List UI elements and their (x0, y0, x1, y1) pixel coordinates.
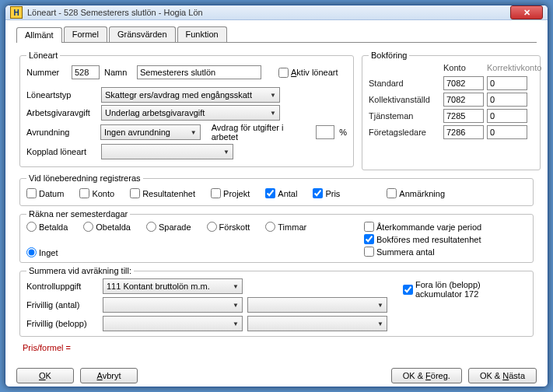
tab-gransvarden[interactable]: Gränsvärden (109, 26, 176, 42)
summera-group: Summera vid avräkning till: Kontrolluppg… (19, 266, 534, 337)
radio-sparade[interactable]: Sparade (146, 222, 191, 232)
ok-button[interactable]: OK (16, 368, 74, 383)
chk-aterkommande[interactable]: Återkommande varje period (364, 222, 481, 232)
registreras-group: Vid löneberedning registreras Datum Kont… (19, 173, 534, 206)
avdrag-pct-input[interactable] (316, 125, 334, 139)
loneartstyp-label: Löneartstyp (26, 90, 96, 100)
row-standard-label: Standard (369, 79, 439, 88)
frivillig-belopp-a-select[interactable] (103, 316, 243, 331)
radio-timmar[interactable]: Timmar (265, 222, 306, 232)
row-tjansteman-korr[interactable] (487, 109, 527, 123)
close-button[interactable]: ✕ (510, 5, 543, 19)
ok-nasta-button[interactable]: OK & Nästa (468, 368, 537, 383)
row-kollektiv-label: Kollektivanställd (369, 95, 439, 104)
tab-allmant[interactable]: Allmänt (16, 27, 62, 43)
row-kollektiv-korr[interactable] (487, 93, 527, 107)
chk-summera-antal[interactable]: Summera antal (364, 247, 481, 257)
row-standard-konto[interactable] (443, 76, 484, 90)
radio-obetalda[interactable]: Obetalda (83, 222, 131, 232)
kopplad-select[interactable] (101, 144, 233, 159)
aktiv-loneart-label: Aktiv löneart (291, 68, 338, 77)
namn-input[interactable] (137, 65, 261, 79)
avrundning-label: Avrundning (26, 128, 96, 137)
bokforing-legend: Bokföring (369, 51, 409, 60)
avbryt-button[interactable]: Avbryt (80, 368, 138, 383)
chk-antal[interactable]: Antal (265, 188, 297, 198)
namn-label: Namn (104, 68, 132, 77)
loneart-group: Löneart Nummer Namn Aktiv löneart (19, 51, 354, 167)
chk-fora-lon[interactable]: Fora lön (belopp) ackumulator 172 (403, 280, 520, 299)
row-tjansteman-label: Tjänsteman (369, 111, 439, 121)
titlebar: H Löneart - 528 Semesterers slutlön - Ho… (5, 5, 548, 20)
frivillig-antal-a-select[interactable] (103, 297, 243, 313)
chk-pris[interactable]: Pris (313, 188, 340, 198)
tab-formel[interactable]: Formel (64, 26, 107, 42)
chk-bokfores-resultatenhet[interactable]: Bokföres med resultatenhet (364, 234, 481, 244)
row-standard-korr[interactable] (487, 76, 527, 90)
radio-betalda[interactable]: Betalda (26, 222, 68, 232)
frivillig-belopp-label: Frivillig (belopp) (26, 319, 98, 328)
avrundning-select[interactable]: Ingen avrundning (100, 124, 201, 140)
row-kollektiv-konto[interactable] (443, 93, 484, 107)
row-tjansteman-konto[interactable] (443, 109, 484, 123)
loneartstyp-select[interactable]: Skattegr ers/avdrag med engångsskatt (101, 87, 280, 103)
semester-legend: Räkna ner semesterdagar (26, 209, 130, 219)
frivillig-antal-label: Frivillig (antal) (26, 300, 98, 310)
registreras-legend: Vid löneberedning registreras (26, 173, 143, 183)
tab-funktion[interactable]: Funktion (177, 26, 227, 42)
korrektiv-header: Korrektivkonto (487, 63, 534, 74)
aktiv-loneart-input[interactable] (278, 68, 289, 78)
nummer-label: Nummer (26, 68, 67, 77)
row-foretagsledare-label: Företagsledare (369, 128, 439, 137)
kontroll-label: Kontrolluppgift (26, 282, 98, 291)
arbetsgivaravgift-label: Arbetsgivaravgift (26, 108, 96, 117)
aktiv-loneart-checkbox[interactable]: Aktiv löneart (278, 68, 338, 78)
kopplad-label: Kopplad löneart (26, 147, 96, 156)
pris-formel-text: Pris/formel = (23, 343, 534, 352)
konto-header: Konto (443, 63, 482, 74)
radio-forskott[interactable]: Förskott (207, 222, 250, 232)
row-foretagsledare-korr[interactable] (487, 125, 527, 139)
summera-legend: Summera vid avräkning till: (26, 266, 134, 275)
percent-sign: % (339, 128, 347, 137)
radio-inget[interactable]: Inget (26, 247, 58, 257)
avdrag-label: Avdrag för utgifter i arbetet (212, 123, 312, 142)
row-foretagsledare-konto[interactable] (443, 125, 484, 139)
nummer-input[interactable] (72, 65, 100, 79)
bokforing-group: Bokföring Konto Korrektivkonto Standard … (362, 51, 541, 170)
semester-group: Räkna ner semesterdagar Betalda Obetalda… (19, 209, 534, 263)
arbetsgivaravgift-select[interactable]: Underlag arbetsgivaravgift (101, 105, 280, 121)
tab-strip: Allmänt Formel Gränsvärden Funktion (16, 26, 537, 43)
app-icon: H (10, 6, 23, 19)
frivillig-antal-b-select[interactable] (247, 297, 387, 313)
chk-konto[interactable]: Konto (79, 188, 114, 198)
chk-datum[interactable]: Datum (26, 188, 64, 198)
frivillig-belopp-b-select[interactable] (247, 316, 387, 331)
loneart-legend: Löneart (26, 51, 60, 60)
window-title: Löneart - 528 Semesterers slutlön - Hogi… (27, 8, 510, 17)
kontroll-select[interactable]: 111 Kontant bruttolön m.m. (103, 278, 243, 294)
chk-resultatenhet[interactable]: Resultatenhet (130, 188, 195, 198)
chk-projekt[interactable]: Projekt (211, 188, 250, 198)
ok-foreg-button[interactable]: OK & Föreg. (391, 368, 462, 383)
fora-label: Fora lön (belopp) ackumulator 172 (415, 280, 520, 299)
chk-anmarkning[interactable]: Anmärkning (387, 188, 445, 198)
